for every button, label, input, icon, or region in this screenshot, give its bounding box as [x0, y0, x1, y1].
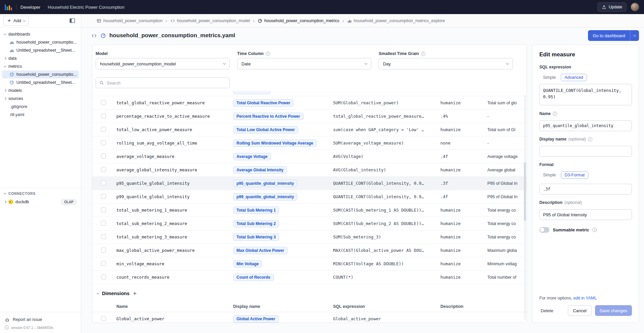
cancel-button[interactable]: Cancel — [568, 305, 591, 316]
sql-mode-simple[interactable]: Simple — [539, 74, 559, 81]
measure-row[interactable]: total_sub_metering_1_measureTotal Sub Me… — [92, 204, 527, 217]
breadcrumb-item[interactable]: household_power_consumption — [97, 18, 163, 23]
measure-row[interactable]: total_low_active_power_measureTotal Low … — [92, 123, 527, 136]
measure-format: humanize — [440, 275, 487, 280]
checkbox-cell — [98, 194, 116, 200]
row-checkbox[interactable] — [101, 100, 106, 105]
update-button-label: Update — [609, 5, 622, 9]
go-to-dashboard-caret[interactable] — [630, 30, 639, 41]
tree-item[interactable]: rill.yaml — [2, 111, 79, 119]
measure-description: Total sum of Gl — [487, 127, 527, 132]
model-select[interactable]: household_power_consumption_model — [96, 58, 230, 69]
breadcrumb-item[interactable]: household_power_consumption_model — [170, 18, 250, 23]
update-button[interactable]: Update — [597, 2, 627, 12]
tree-item[interactable]: metrics — [2, 62, 79, 70]
breadcrumb-item[interactable]: household_power_consumption_metrics — [258, 18, 339, 23]
connectors-header[interactable]: CONNECTORS — [2, 191, 79, 198]
checkbox-cell — [98, 167, 116, 173]
rill-logo-icon[interactable] — [5, 4, 12, 10]
row-checkbox[interactable] — [101, 247, 106, 253]
time-column-select[interactable]: Date — [237, 58, 371, 69]
tree-item[interactable]: models — [2, 87, 79, 95]
row-checkbox[interactable] — [101, 113, 106, 118]
info-icon — [588, 137, 592, 142]
row-checkbox[interactable] — [101, 167, 106, 172]
tree-item[interactable]: dashboards — [2, 30, 79, 38]
tree-item[interactable]: household_power_consumptio... — [2, 70, 79, 78]
row-checkbox[interactable] — [101, 180, 106, 185]
row-checkbox[interactable] — [101, 274, 106, 279]
sidebar-collapse-button[interactable] — [67, 16, 77, 26]
measure-row[interactable]: total_sub_metering_3_measureTotal Sub Me… — [92, 230, 527, 244]
user-avatar[interactable] — [631, 3, 639, 11]
search-input[interactable] — [107, 80, 226, 86]
measure-row[interactable]: p99_quantile_global_intensityp99_quantil… — [92, 190, 527, 204]
tree-item[interactable]: .gitignore — [2, 103, 79, 111]
dimension-row[interactable]: Global_active_powerGlobal Active PowerGl… — [92, 312, 527, 323]
dimension-display-cell: Global Active Power — [233, 315, 333, 323]
row-checkbox[interactable] — [101, 234, 106, 239]
measure-sql: SUM(CAST(Sub_metering_2 AS DOUBLE))… — [333, 221, 440, 226]
format-input[interactable] — [539, 184, 632, 195]
scrollbar-thumb[interactable] — [524, 162, 526, 221]
measure-sql: QUANTILE_CONT(Global_intensity, 0.9… — [333, 194, 440, 199]
breadcrumb-item[interactable]: household_power_consumption_metrics_expl… — [347, 18, 445, 23]
measure-display-cell: Total Low Global Active Power — [233, 126, 333, 133]
measure-row[interactable]: average_voltage_measureAverage VoltageAV… — [92, 150, 527, 163]
display-name-input[interactable] — [539, 146, 632, 157]
format-mode-d3[interactable]: D3-Format — [561, 171, 588, 179]
tree-item[interactable]: household_power_consumptio... — [2, 38, 79, 46]
add-button[interactable]: Add — [3, 16, 29, 26]
row-checkbox[interactable] — [101, 221, 106, 226]
card-scrollbar[interactable] — [524, 95, 526, 320]
tree-item-label: .gitignore — [10, 104, 27, 109]
measure-row[interactable]: max_global_active_power_measureMax Globa… — [92, 244, 527, 257]
row-checkbox[interactable] — [101, 316, 106, 321]
measure-row[interactable]: total_global_reactive_power_measureTotal… — [92, 96, 527, 110]
measure-row[interactable]: rolling_sum_avg_voltage_all_timeRolling … — [92, 136, 527, 150]
name-input[interactable] — [539, 120, 632, 131]
connector-item[interactable]: duckdbOLAP — [2, 198, 79, 206]
tree-item[interactable]: Untitled_spreadsheet__Sheet... — [2, 46, 79, 54]
chevron-down-icon[interactable] — [97, 291, 99, 294]
row-checkbox[interactable] — [101, 140, 106, 145]
edit-in-yaml-link[interactable]: edit in YAML — [573, 296, 597, 300]
measure-row[interactable]: count_records_measureCount of RecordsCOU… — [92, 271, 527, 284]
measure-row[interactable]: total_sub_metering_2_measureTotal Sub Me… — [92, 217, 527, 230]
measure-row[interactable]: percentage_reactive_to_active_measurePer… — [92, 110, 527, 123]
measure-row[interactable]: p95_quantile_global_intensityp95_quantil… — [92, 177, 527, 190]
time-column-label-text: Time Column — [237, 51, 264, 56]
go-to-dashboard-button[interactable]: Go to dashboard — [588, 30, 630, 41]
plus-icon — [7, 18, 11, 23]
measure-format: humanize — [440, 248, 487, 253]
row-checkbox[interactable] — [101, 194, 106, 199]
tree-item-label: Untitled_spreadsheet__Sheet... — [16, 80, 75, 85]
editor-controls: Model household_power_consumption_model … — [92, 45, 527, 69]
add-dimension-button[interactable] — [132, 291, 137, 296]
row-checkbox[interactable] — [101, 127, 106, 132]
report-issue-link[interactable]: Report an issue — [5, 316, 76, 324]
summable-row: Summable metric — [539, 227, 632, 233]
code-view-toggle-icon[interactable] — [91, 33, 97, 39]
chart-icon — [9, 40, 14, 45]
tree-item-label: metrics — [8, 64, 22, 69]
sql-mode-advanced[interactable]: Advanced — [561, 74, 587, 81]
display-name-chip: Rolling Sum Windowed Voltage Average — [233, 140, 317, 147]
measure-row[interactable]: average_global_intensity_measureAverage … — [92, 163, 527, 177]
row-checkbox[interactable] — [101, 154, 106, 159]
tree-item[interactable]: sources — [2, 95, 79, 103]
sql-mode-toggle: Simple Advanced — [539, 74, 632, 81]
tree-item[interactable]: Untitled_spreadsheet__Sheet... — [2, 78, 79, 87]
row-checkbox[interactable] — [101, 261, 106, 266]
summable-toggle[interactable] — [539, 227, 549, 233]
search-icon — [99, 80, 104, 85]
measure-row[interactable]: min_voltage_measureMin VoltageMIN(CAST(V… — [92, 257, 527, 271]
tree-item[interactable]: data — [2, 54, 79, 62]
save-changes-button[interactable]: Save changes — [595, 305, 632, 316]
time-grain-select[interactable]: Day — [379, 58, 513, 69]
description-input[interactable] — [539, 209, 632, 220]
format-mode-simple[interactable]: Simple — [539, 171, 559, 179]
row-checkbox[interactable] — [101, 207, 106, 212]
delete-button[interactable]: Delete — [539, 308, 555, 313]
sql-expression-editor[interactable]: QUANTILE_CONT(Global_intensity, 0.95) — [539, 84, 632, 105]
